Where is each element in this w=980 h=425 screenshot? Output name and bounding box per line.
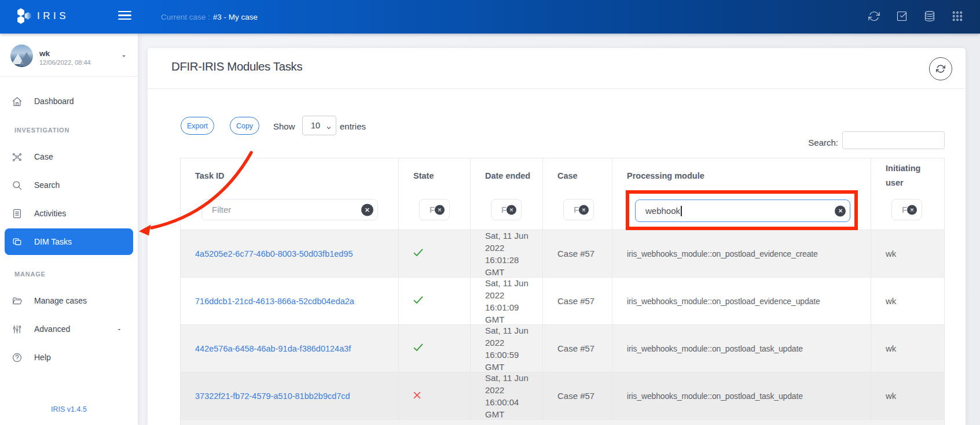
search-input[interactable] <box>842 131 945 149</box>
filter-input-task-id[interactable]: Filter <box>201 199 378 220</box>
task-id-link[interactable]: 716ddcb1-21cd-4613-866a-52cdb04eda2a <box>195 297 354 306</box>
show-label: Show <box>273 121 295 131</box>
check-square-icon[interactable] <box>896 10 908 22</box>
filter-input-state[interactable]: Filter <box>419 199 450 220</box>
filter-input-processing-module[interactable]: webhook <box>635 199 850 222</box>
page-size-select[interactable]: 10 <box>302 116 336 135</box>
search-label: Search: <box>784 138 838 147</box>
column-header-case[interactable]: Case <box>543 158 612 193</box>
task-id-cell: 716ddcb1-21cd-4613-866a-52cdb04eda2a <box>181 278 399 324</box>
processing-module-cell: iris_webhooks_module::on_postload_task_u… <box>612 325 871 372</box>
date-ended-cell: Sat, 11 Jun 2022 16:00:59 GMT <box>471 325 543 372</box>
page-title: DFIR-IRIS Modules Tasks <box>171 60 302 73</box>
header-icon-group <box>868 0 963 32</box>
column-header-processing-module[interactable]: Processing module <box>612 158 871 193</box>
refresh-button[interactable] <box>929 57 952 80</box>
table-row: 716ddcb1-21cd-4613-866a-52cdb04eda2aSat,… <box>181 277 944 324</box>
top-header: IRIS Current case : #3 - My case <box>0 0 980 34</box>
case-icon <box>12 151 23 162</box>
table-row-partial <box>181 419 944 425</box>
version-link[interactable]: IRIS v1.4.5 <box>0 405 138 413</box>
table-row: 4a5205e2-6c77-46b0-8003-50d03fb1ed95Sat,… <box>181 230 944 277</box>
folder-icon <box>12 295 23 306</box>
page-size-value: 10 <box>311 121 320 130</box>
state-cell <box>399 325 471 372</box>
sidebar-item-dim-tasks[interactable]: DIM Tasks <box>5 228 133 255</box>
filter-input-date-ended[interactable]: Filter <box>491 199 522 220</box>
sidebar-item-advanced[interactable]: Advanced <box>5 316 133 342</box>
card-header: DFIR-IRIS Modules Tasks <box>148 48 966 89</box>
initiating-user-cell: wk <box>871 325 945 372</box>
sidebar-item-case[interactable]: Case <box>5 143 133 170</box>
clear-filter-icon[interactable] <box>907 205 917 215</box>
dim-tasks-icon <box>12 236 23 247</box>
case-cell: Case #57 <box>543 230 612 277</box>
brand-name: IRIS <box>37 10 69 22</box>
date-ended-cell: Sat, 11 Jun 2022 16:01:09 GMT <box>471 278 543 324</box>
filter-input-initiating-user[interactable]: Filter <box>891 199 922 220</box>
sync-icon[interactable] <box>868 10 880 22</box>
sidebar-section-manage: MANAGE <box>0 271 138 278</box>
sidebar-item-dashboard[interactable]: Dashboard <box>5 88 133 114</box>
sidebar-item-help[interactable]: Help <box>5 344 133 371</box>
sidebar-item-activities[interactable]: Activities <box>5 200 133 227</box>
sidebar-item-manage-cases[interactable]: Manage cases <box>5 287 133 314</box>
task-id-link[interactable]: 442e576a-6458-46ab-91da-f386d0124a3f <box>195 344 351 353</box>
clear-filter-icon[interactable] <box>506 205 516 215</box>
table-row: 37322f21-fb72-4579-a510-81bb2b9cd7cdSat,… <box>181 372 944 419</box>
task-id-link[interactable]: 4a5205e2-6c77-46b0-8003-50d03fb1ed95 <box>195 249 353 258</box>
task-id-cell: 4a5205e2-6c77-46b0-8003-50d03fb1ed95 <box>181 230 399 277</box>
case-cell: Case #57 <box>543 278 612 324</box>
chevron-down-icon <box>120 52 128 60</box>
tasks-table: Task IDStateDate endedCaseProcessing mod… <box>180 158 945 425</box>
avatar <box>10 45 33 67</box>
clear-filter-icon[interactable] <box>835 205 846 216</box>
search-icon <box>12 180 23 191</box>
sidebar-divider <box>0 76 138 77</box>
home-icon <box>12 96 23 107</box>
apps-grid-icon[interactable] <box>952 10 963 22</box>
filter-input-case[interactable]: Filter <box>563 199 594 220</box>
table-row: 442e576a-6458-46ab-91da-f386d0124a3fSat,… <box>181 324 944 372</box>
state-cell <box>399 230 471 277</box>
column-header-date-ended[interactable]: Date ended <box>471 158 543 193</box>
database-icon[interactable] <box>924 10 935 22</box>
task-id-link[interactable]: 37322f21-fb72-4579-a510-81bb2b9cd7cd <box>195 391 350 401</box>
initiating-user-cell: wk <box>871 372 945 419</box>
sliders-icon <box>12 324 23 335</box>
column-header-state[interactable]: State <box>399 158 471 193</box>
chevron-down-icon <box>326 123 332 129</box>
column-header-initiating-user[interactable]: Initiating user <box>871 158 945 193</box>
success-check-icon <box>413 295 423 307</box>
current-case-label: Current case : <box>161 13 210 21</box>
chevron-down-icon <box>116 326 123 332</box>
initiating-user-cell: wk <box>871 230 945 277</box>
initiating-user-cell: wk <box>871 278 945 324</box>
clear-filter-icon[interactable] <box>361 204 373 216</box>
clear-filter-icon[interactable] <box>579 205 589 215</box>
sidebar-item-search[interactable]: Search <box>5 172 133 198</box>
success-check-icon <box>413 343 423 354</box>
text-cursor <box>681 206 682 216</box>
state-cell <box>399 278 471 324</box>
column-header-task-id[interactable]: Task ID <box>181 158 399 193</box>
export-button[interactable]: Export <box>181 117 214 135</box>
clear-filter-icon[interactable] <box>435 205 445 215</box>
menu-toggle-icon[interactable] <box>118 11 131 20</box>
user-name: wk <box>39 49 50 58</box>
task-id-cell: 442e576a-6458-46ab-91da-f386d0124a3f <box>181 325 399 372</box>
modules-tasks-card: DFIR-IRIS Modules Tasks Export Copy Show… <box>148 48 966 425</box>
user-menu[interactable]: wk 12/06/2022, 08:44 <box>0 34 138 77</box>
iris-logo-icon <box>0 0 35 29</box>
entries-label: entries <box>340 121 366 131</box>
processing-module-cell: iris_webhooks_module::on_postload_task_u… <box>612 372 871 419</box>
user-timestamp: 12/06/2022, 08:44 <box>39 59 91 66</box>
date-ended-cell: Sat, 11 Jun 2022 16:00:04 GMT <box>471 372 543 419</box>
processing-module-cell: iris_webhooks_module::on_postload_eviden… <box>612 230 871 277</box>
task-id-cell: 37322f21-fb72-4579-a510-81bb2b9cd7cd <box>181 372 399 419</box>
success-check-icon <box>413 248 423 260</box>
date-ended-cell: Sat, 11 Jun 2022 16:01:28 GMT <box>471 230 543 277</box>
processing-module-cell: iris_webhooks_module::on_postload_eviden… <box>612 278 871 324</box>
copy-button[interactable]: Copy <box>230 117 259 135</box>
sidebar: wk 12/06/2022, 08:44 DashboardINVESTIGAT… <box>0 34 138 425</box>
